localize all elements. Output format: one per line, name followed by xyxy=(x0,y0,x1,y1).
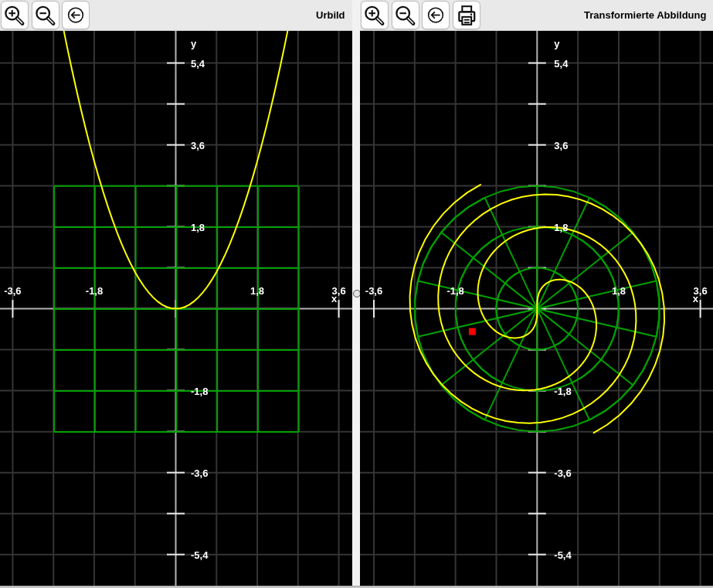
x-tick-label: -1,8 xyxy=(86,285,103,297)
y-tick-label: -3,6 xyxy=(554,467,571,479)
applet-window: Urbild -3,6-1,81,83,65,43,61,8-1,8-3,6-5… xyxy=(0,0,713,588)
y-tick-label: 1,8 xyxy=(554,222,568,233)
y-axis-name: y xyxy=(554,38,560,49)
y-tick-label: 5,4 xyxy=(191,58,205,70)
x-tick-label: -3,6 xyxy=(4,285,21,297)
marked-point xyxy=(469,328,476,335)
urbild-toolbar-buttons xyxy=(1,1,90,29)
x-axis-name: x xyxy=(331,293,338,304)
y-tick-label: -1,8 xyxy=(554,386,571,397)
zoom-out-button[interactable] xyxy=(32,1,59,29)
zoom-in-icon xyxy=(362,2,388,29)
zoom-out-icon xyxy=(392,2,419,29)
back-button[interactable] xyxy=(62,1,90,29)
print-button[interactable] xyxy=(453,1,480,29)
zoom-in-button[interactable] xyxy=(1,1,29,29)
back-arrow-icon xyxy=(63,2,89,29)
transformierte-abbildung-panel: Transformierte Abbildung -3,6-1,81,83,65… xyxy=(360,0,713,586)
x-tick-label: 1,8 xyxy=(612,285,626,297)
y-tick-label: -5,4 xyxy=(554,549,572,561)
urbild-toolbar: Urbild xyxy=(0,0,352,31)
y-axis-name: y xyxy=(191,38,197,49)
urbild-title: Urbild xyxy=(316,0,345,30)
back-button[interactable] xyxy=(422,1,450,29)
zoom-in-button[interactable] xyxy=(361,1,389,29)
transformierte-abbildung-title: Transformierte Abbildung xyxy=(584,0,706,30)
transformierte-abbildung-toolbar-buttons xyxy=(361,1,480,29)
panel-splitter[interactable] xyxy=(352,0,360,586)
urbild-plot[interactable]: -3,6-1,81,83,65,43,61,8-1,8-3,6-5,4yx xyxy=(0,31,352,586)
axis-labels: -3,6-1,81,83,65,43,61,8-1,8-3,6-5,4yx xyxy=(4,38,345,561)
transformierte-abbildung-plot[interactable]: -3,6-1,81,83,65,43,61,8-1,8-3,6-5,4yx xyxy=(360,31,713,586)
splitter-handle-icon[interactable] xyxy=(353,290,361,297)
x-axis-name: x xyxy=(693,293,699,304)
zoom-out-icon xyxy=(32,2,59,29)
x-tick-label: -3,6 xyxy=(365,285,382,297)
y-tick-label: -1,8 xyxy=(191,386,208,397)
y-tick-label: -3,6 xyxy=(191,467,208,479)
y-tick-label: 5,4 xyxy=(554,58,569,70)
printer-icon xyxy=(453,2,480,29)
back-arrow-icon xyxy=(423,2,449,29)
transformierte-abbildung-toolbar: Transformierte Abbildung xyxy=(360,0,713,31)
y-tick-label: -5,4 xyxy=(191,549,209,561)
axis-labels: -3,6-1,81,83,65,43,61,8-1,8-3,6-5,4yx xyxy=(365,38,708,561)
y-tick-label: 3,6 xyxy=(554,140,568,151)
zoom-out-button[interactable] xyxy=(392,1,419,29)
y-tick-label: 3,6 xyxy=(191,140,205,151)
x-tick-label: -1,8 xyxy=(446,285,463,297)
zoom-in-icon xyxy=(2,2,28,29)
y-tick-label: 1,8 xyxy=(191,222,205,233)
x-tick-label: 1,8 xyxy=(250,285,264,297)
urbild-panel: Urbild -3,6-1,81,83,65,43,61,8-1,8-3,6-5… xyxy=(0,0,352,586)
